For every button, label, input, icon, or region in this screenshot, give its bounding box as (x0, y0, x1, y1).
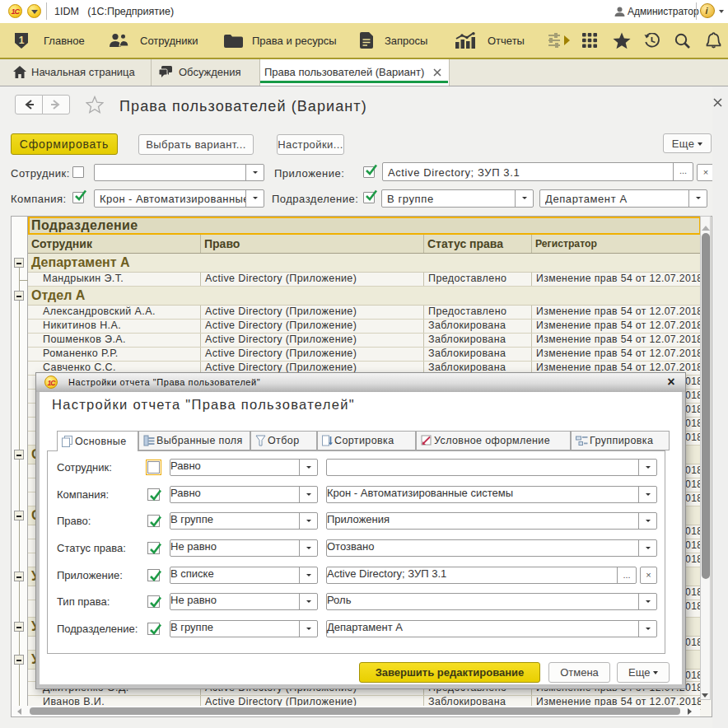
svg-text:1: 1 (19, 35, 25, 46)
